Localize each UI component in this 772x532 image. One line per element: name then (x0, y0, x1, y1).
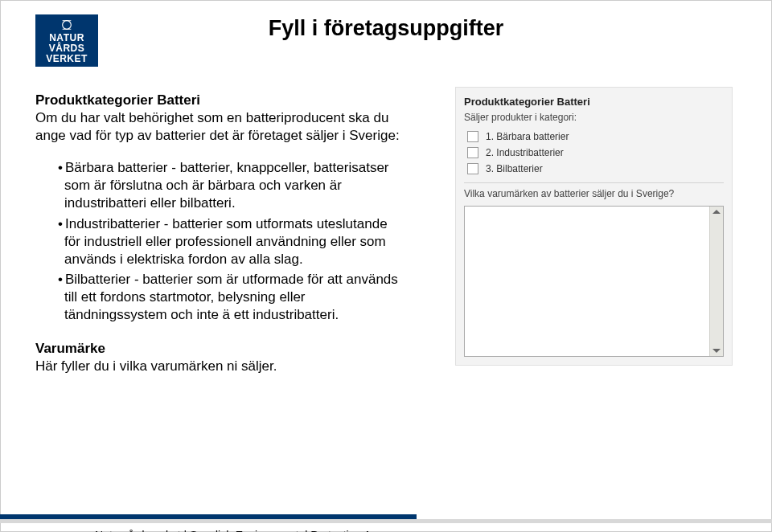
scroll-down-icon[interactable] (712, 349, 721, 353)
checkbox-industri[interactable] (467, 147, 478, 158)
panel-divider (464, 182, 724, 183)
option-label-2: 2. Industribatterier (486, 147, 564, 158)
bullet-bil: Bilbatterier - batterier som är utformad… (58, 271, 405, 324)
page-title: Fyll i företagsuppgifter (0, 16, 772, 41)
bullet-industri: Industribatterier - batterier som utform… (58, 215, 405, 268)
section-heading-categories: Produktkategorier Batteri (35, 92, 405, 109)
footer-org-en: Swedish Environmental Protection Agency (190, 529, 401, 532)
varumarke-text: Här fyller du i vilka varumärken ni sälj… (35, 358, 405, 375)
checkbox-barbara[interactable] (467, 131, 478, 142)
left-content: Produktkategorier Batteri Om du har valt… (35, 92, 405, 375)
footer-bar-bg (0, 519, 772, 523)
option-row-2[interactable]: 2. Industribatterier (467, 147, 724, 158)
option-label-3: 3. Bilbatterier (486, 163, 543, 174)
option-row-1[interactable]: 1. Bärbara batterier (467, 131, 724, 142)
varumarke-block: Varumärke Här fyller du i vilka varumärk… (35, 340, 405, 375)
scrollbar[interactable] (709, 207, 723, 356)
question-text: Vilka varumärken av batterier säljer du … (464, 188, 724, 199)
option-row-3[interactable]: 3. Bilbatterier (467, 163, 724, 174)
right-panel-wrap: Produktkategorier Batteri Säljer produkt… (455, 87, 733, 366)
footer-separator: | (181, 529, 190, 532)
bullet-list: Bärbara batterier - batterier, knappcell… (35, 159, 405, 324)
option-label-1: 1. Bärbara batterier (486, 131, 569, 142)
scroll-up-icon[interactable] (712, 210, 721, 214)
textarea-wrap (464, 206, 724, 357)
panel-title: Produktkategorier Batteri (464, 94, 724, 112)
form-panel: Produktkategorier Batteri Säljer produkt… (455, 87, 733, 366)
intro-paragraph: Om du har valt behörighet som en batteri… (35, 109, 405, 145)
footer-org-sv: Naturvårdsverket (95, 529, 181, 532)
panel-subtitle: Säljer produkter i kategori: (464, 112, 724, 123)
footer: Naturvårdsverket | Swedish Environmental… (0, 514, 772, 519)
section-heading-varumarke: Varumärke (35, 340, 405, 358)
logo-line-3: VERKET (46, 54, 88, 64)
footer-text: Naturvårdsverket | Swedish Environmental… (95, 529, 401, 532)
bullet-barbara: Bärbara batterier - batterier, knappcell… (58, 159, 405, 212)
checkbox-bil[interactable] (467, 163, 478, 174)
brands-textarea[interactable] (464, 206, 724, 357)
